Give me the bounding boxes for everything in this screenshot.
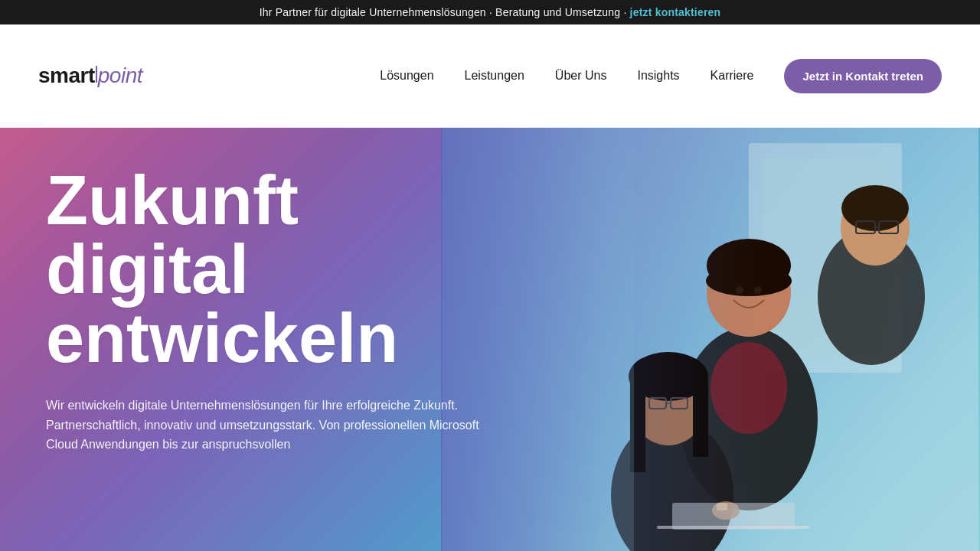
main-nav: Lösungen Leistungen Über Uns Insights Ka… xyxy=(380,59,942,93)
logo-smart-text: smart xyxy=(38,64,95,88)
banner-text: Ihr Partner für digitale Unternehmenslös… xyxy=(260,6,630,18)
nav-item-insights[interactable]: Insights xyxy=(637,69,679,83)
nav-item-karriere[interactable]: Karriere xyxy=(710,69,754,83)
hero-headline-line1: Zukunft xyxy=(46,162,299,239)
nav-item-ueber-uns[interactable]: Über Uns xyxy=(555,69,607,83)
hero-headline-line2: digital xyxy=(46,231,249,308)
nav-item-loesungen[interactable]: Lösungen xyxy=(380,69,433,83)
hero-subtext: Wir entwickeln digitale Unternehmenslösu… xyxy=(46,396,490,455)
hero-content: Zukunft digital entwickeln Wir entwickel… xyxy=(0,128,536,493)
top-banner: Ihr Partner für digitale Unternehmenslös… xyxy=(0,0,980,24)
hero-section: Zukunft digital entwickeln Wir entwickel… xyxy=(0,128,980,551)
hero-headline: Zukunft digital entwickeln xyxy=(46,166,490,373)
hero-headline-line3: entwickeln xyxy=(46,300,398,377)
nav-item-leistungen[interactable]: Leistungen xyxy=(465,69,524,83)
logo-point-text: point xyxy=(98,64,142,88)
banner-contact-link[interactable]: jetzt kontaktieren xyxy=(630,6,721,18)
logo[interactable]: smartpoint xyxy=(38,64,142,88)
cta-contact-button[interactable]: Jetzt in Kontakt treten xyxy=(784,59,942,93)
logo-cursor xyxy=(96,66,97,83)
header: smartpoint Lösungen Leistungen Über Uns … xyxy=(0,24,980,128)
